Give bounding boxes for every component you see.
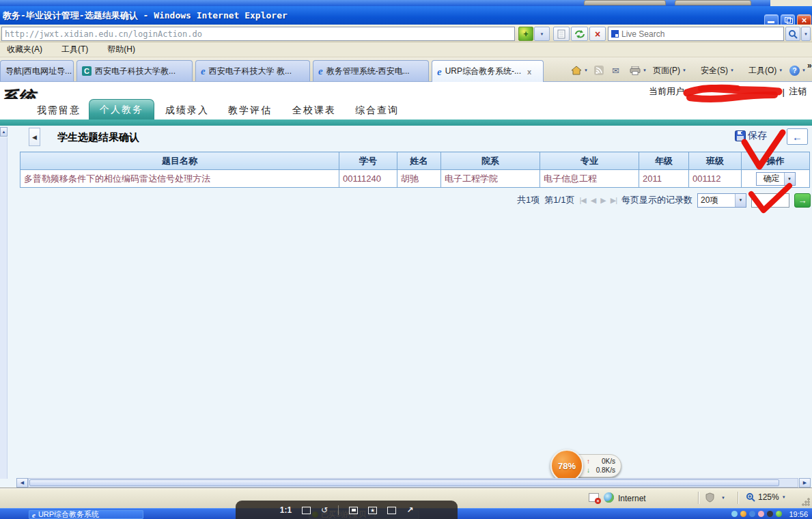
download-widget[interactable]: ↑ 0K/s ↓ 0.8K/s 78% — [550, 449, 623, 482]
url-input[interactable]: http://jwxt.xidian.edu.cn/loginAction.do — [1, 27, 515, 41]
col-name: 姓名 — [397, 152, 441, 170]
nav-tab-notices[interactable]: 我需留意 — [37, 104, 81, 117]
nav-tab-personal-active[interactable]: 个人教务 — [89, 99, 154, 120]
scroll-right-button[interactable]: ▶ — [799, 478, 811, 488]
search-input[interactable] — [621, 29, 783, 39]
menu-help[interactable]: 帮助(H) — [107, 44, 135, 55]
background-windows-strip — [0, 0, 812, 6]
pager-next-icon[interactable]: ▶ — [600, 196, 605, 205]
print-button[interactable]: ▼ — [627, 62, 649, 79]
menu-tools[interactable]: 工具(T) — [61, 44, 88, 55]
pager-prev-icon[interactable]: ◀ — [591, 196, 596, 205]
ie-favicon-icon: e — [32, 511, 36, 518]
go-page-button[interactable]: → — [794, 193, 811, 208]
tab-label: 教务管理系统-西安电... — [326, 66, 410, 77]
overflow-chevron[interactable]: » — [804, 57, 812, 74]
toolbar-separator — [338, 505, 339, 515]
collapse-panel-handle[interactable]: ◀ — [29, 128, 40, 146]
scroll-left-button[interactable]: ◀ — [16, 478, 28, 488]
back-arrow-button[interactable]: ← — [787, 128, 808, 145]
popup-blocked-icon — [589, 493, 599, 502]
safety-menu-button[interactable]: 安全(S) ▼ — [698, 62, 737, 79]
share-icon[interactable]: ↗ — [406, 506, 413, 514]
upload-speed: 0K/s — [602, 457, 615, 466]
protected-mode-icon — [705, 492, 715, 503]
menu-bar: 收藏夹(A) 工具(T) 帮助(H) — [0, 42, 812, 57]
nav-tab-label: 个人教务 — [100, 104, 143, 116]
save-button[interactable]: 保存 — [735, 130, 767, 142]
chevron-down-icon: ▼ — [643, 68, 647, 72]
zoom-control[interactable]: 125% ▼ — [746, 492, 786, 502]
pager-first-icon[interactable]: |◀ — [579, 196, 585, 205]
home-button[interactable]: ▼ — [568, 62, 591, 79]
pager-last-icon[interactable]: ▶| — [611, 196, 617, 205]
browser-tab-4[interactable]: e 教务管理系统-西安电... — [313, 60, 429, 81]
taskbar-item-urp[interactable]: e URP综合教务系统 — [29, 510, 143, 519]
nav-tab-grades[interactable]: 成绩录入 — [165, 104, 209, 117]
nav-tab-query[interactable]: 综合查询 — [355, 104, 399, 117]
chevron-down-icon: ▼ — [779, 68, 783, 72]
action-select-value: 确定 — [757, 173, 784, 184]
address-dropdown-button[interactable]: ▼ — [534, 27, 550, 41]
search-dropdown-button[interactable]: ▼ — [801, 27, 811, 41]
logout-link[interactable]: 注销 — [789, 85, 807, 98]
tab-close-icon[interactable]: x — [527, 68, 531, 76]
feeds-button[interactable] — [591, 62, 606, 79]
tray-icon-blue[interactable] — [731, 511, 738, 517]
search-button[interactable] — [785, 27, 800, 41]
refresh-button[interactable] — [571, 27, 588, 41]
frame-icon[interactable] — [302, 507, 311, 514]
zoom-magnifier-icon — [746, 492, 755, 502]
nav-tab-timetable[interactable]: 全校课表 — [292, 104, 336, 117]
search-icon — [788, 29, 798, 39]
nav-tab-row: 我需留意 个人教务 成绩录入 教学评估 全校课表 综合查询 — [0, 99, 812, 120]
pagination-total: 共1项 — [517, 194, 540, 206]
chevron-down-icon: ▼ — [540, 32, 544, 36]
cell-department: 电子工程学院 — [441, 170, 540, 188]
tray-icon-messenger[interactable] — [749, 511, 755, 517]
tray-icon-qq[interactable] — [740, 511, 746, 517]
nav-tab-evaluation[interactable]: 教学评估 — [228, 104, 272, 117]
page-menu-button[interactable]: 页面(P) ▼ — [650, 62, 689, 79]
favorite-star-icon[interactable]: ★ — [368, 507, 377, 514]
tools-menu-button[interactable]: 工具(O) ▼ — [746, 62, 785, 79]
select-region-icon[interactable] — [387, 507, 396, 514]
stop-button[interactable]: × — [589, 27, 606, 41]
close-icon: × — [798, 15, 811, 25]
tab-label: 导航|西电网址导... — [5, 66, 72, 77]
browser-tab-3[interactable]: e 西安电子科技大学 教... — [195, 60, 310, 81]
zone-label: Internet — [618, 494, 646, 503]
tray-icon-dark[interactable] — [767, 511, 773, 517]
system-tray — [731, 511, 782, 517]
tray-icon-pink[interactable] — [758, 511, 764, 517]
scroll-up-button[interactable]: ▲ — [0, 127, 8, 137]
mail-button[interactable]: ✉ — [609, 62, 622, 79]
horizontal-scrollbar-track[interactable] — [28, 478, 798, 488]
go-button[interactable]: + — [518, 27, 533, 41]
download-progress-badge[interactable]: 78% — [550, 449, 583, 482]
action-select[interactable]: 确定 ▼ — [756, 172, 796, 186]
horizontal-scrollbar-thumb[interactable] — [29, 479, 779, 486]
browser-tab-active[interactable]: e URP综合教务系统-... x — [432, 60, 544, 82]
save-image-icon[interactable] — [349, 507, 358, 514]
page-number-input[interactable] — [751, 193, 789, 208]
content-area: ▲ ◀ 学生选题结果确认 保存 | ← 题目名称 学号 姓名 院系 专业 — [0, 126, 812, 488]
background-window-fragment — [770, 0, 812, 6]
scroll-left-icon: ◀ — [20, 480, 24, 486]
vertical-scrollbar-track[interactable] — [0, 137, 8, 479]
upload-speed-row: ↑ 0K/s — [587, 457, 615, 466]
browser-tab-2[interactable]: C 西安电子科技大学教... — [76, 60, 193, 81]
safety-menu-label: 安全(S) — [701, 65, 728, 76]
menu-favorites[interactable]: 收藏夹(A) — [7, 44, 42, 55]
chevron-down-icon: ▼ — [682, 68, 686, 72]
tray-icon-green[interactable] — [776, 511, 782, 517]
rotate-icon[interactable]: ↺ — [321, 506, 328, 514]
compatibility-view-button[interactable] — [553, 27, 570, 41]
ie-favicon-icon: e — [201, 67, 206, 75]
one-to-one-zoom-icon[interactable]: 1:1 — [280, 506, 292, 514]
user-bar: 当前用户: | 注销 — [0, 82, 812, 99]
chevron-down-icon[interactable]: ▼ — [721, 496, 725, 500]
per-page-select[interactable]: 20项 ▼ — [697, 193, 746, 208]
go-arrow-icon: → — [798, 195, 807, 206]
browser-tab-1[interactable]: 导航|西电网址导... — [0, 60, 74, 81]
